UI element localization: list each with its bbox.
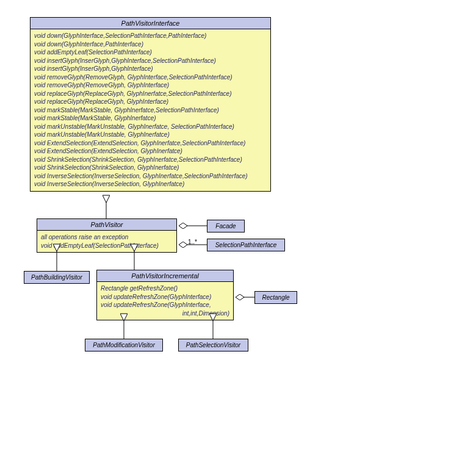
op-line: void ShrinkSelection(ShrinkSelection, Gl… [34,164,267,172]
class-title: PathVisitorIncremental [97,270,233,282]
class-facade: Facade [207,220,245,233]
class-body: Rectangle getRefreshZone() void updateRe… [97,282,233,320]
op-line: void insertGlyph(InserGlyph,GlyphInterfa… [34,65,267,73]
op-line: void insertGlyph(InserGlyph,GlyphInterfa… [34,57,267,65]
op-line: void ExtendSelection(ExtendSelection, Gl… [34,147,267,156]
op-line: void markUnstable(MarkUnstable, GlyphIne… [34,123,267,131]
class-pathmodificationvisitor: PathModificationVisitor [85,339,163,352]
op-line: void ExtendSelection(ExtendSelection, Gl… [34,139,267,148]
op-line: void InverseSelection(InverseSelection, … [34,172,267,181]
class-title: PathVisitor [37,219,176,231]
op-line: void replaceGlyph(ReplaceGlyph, GlyphInt… [34,98,267,106]
op-line: Rectangle getRefreshZone() [101,284,229,293]
op-line: void ShrinkSelection(ShrinkSelection, Gl… [34,156,267,164]
class-pathbuildingvisitor: PathBuildingVisitor [24,271,90,284]
op-line: void markStable(MarkStable, GlyphInerfat… [34,106,267,115]
op-line: int,int,Dimension) [101,309,229,318]
op-line: void removeGlyph(RemoveGlyph, GlyphInter… [34,73,267,82]
multiplicity-label: 1..* [188,239,197,245]
op-line: void addEmptyLeaf(SelectionPathInterface… [41,242,173,250]
class-pathvisitorincremental: PathVisitorIncremental Rectangle getRefr… [96,270,234,320]
op-line: void markUnstable(MarkUnstable, GlyphIne… [34,131,267,139]
op-line: void InverseSelection(InverseSelection, … [34,180,267,189]
op-line: void down(GlyphInterface,SelectionPathIn… [34,32,267,40]
class-rectangle: Rectangle [254,291,297,304]
op-line: void markStable(MarkStable, GlyphInerfat… [34,114,267,123]
class-pathvisitor: PathVisitor all operations raise an exce… [37,218,177,253]
op-line: void removeGlyph(RemoveGlyph, GlyphInter… [34,81,267,90]
op-line: all operations raise an exception [41,233,173,242]
op-line: void updateRefreshZone(GlyphInterface) [101,293,229,301]
op-line: void updateRefreshZone(GlyphInterface, [101,301,229,309]
class-selectionpathinterface: SelectionPathInterface [207,239,285,251]
class-title: PathVisitorInterface [31,18,270,29]
op-line: void down(GlyphInterface,PathInterface) [34,40,267,49]
class-pathselectionvisitor: PathSelectionVisitor [178,339,248,352]
op-line: void addEmptyLeaf(SelectionPathInterface… [34,48,267,57]
class-pathvisitorinterface: PathVisitorInterface void down(GlyphInte… [30,17,271,192]
class-body: void down(GlyphInterface,SelectionPathIn… [31,29,270,191]
op-line: void replaceGlyph(ReplaceGlyph, GlyphIne… [34,90,267,98]
class-body: all operations raise an exception void a… [37,231,176,252]
